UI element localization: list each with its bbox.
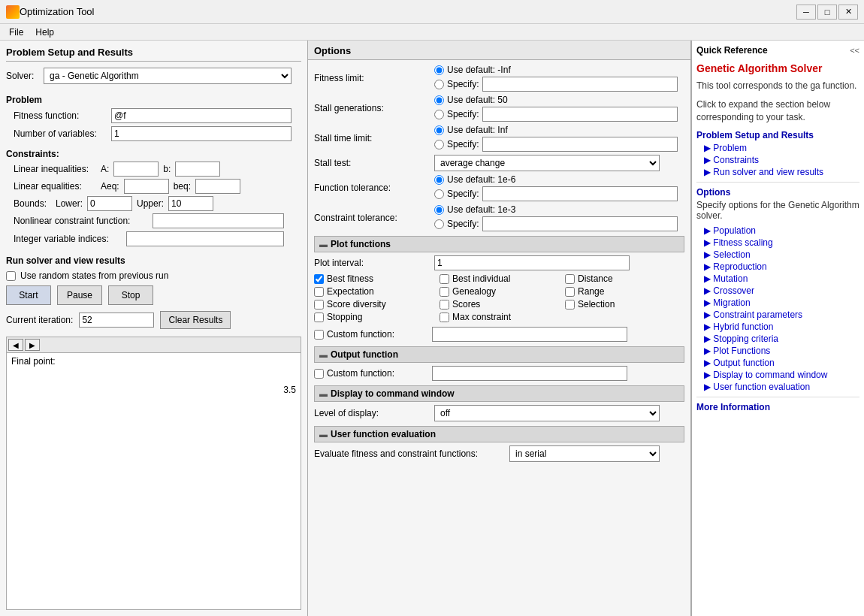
stall-gen-options: Use default: 50 Specify: bbox=[434, 95, 678, 122]
integer-input[interactable] bbox=[126, 231, 284, 246]
options-section-title: Options bbox=[696, 187, 859, 198]
func-tol-specify-radio[interactable] bbox=[434, 189, 444, 199]
pause-button[interactable]: Pause bbox=[57, 285, 102, 305]
stall-gen-specify-radio[interactable] bbox=[434, 110, 444, 119]
random-states-checkbox[interactable] bbox=[6, 271, 16, 281]
clear-results-button[interactable]: Clear Results bbox=[160, 311, 231, 329]
a-input[interactable] bbox=[113, 162, 159, 177]
link-hybrid-function[interactable]: ▶ Hybrid function bbox=[696, 322, 859, 332]
link-constraint-parameters[interactable]: ▶ Constraint parameters bbox=[696, 310, 859, 320]
best-fitness-checkbox[interactable] bbox=[314, 274, 324, 284]
score-diversity-checkbox[interactable] bbox=[314, 300, 324, 310]
user-func-header[interactable]: ▬ User function evaluation bbox=[314, 426, 684, 442]
display-cmd-header[interactable]: ▬ Display to command window bbox=[314, 385, 684, 402]
eval-fitness-select[interactable]: in serial in parallel bbox=[509, 445, 660, 462]
level-display-select[interactable]: off iterative final bbox=[434, 405, 660, 421]
problem-section: Fitness function: Number of variables: bbox=[14, 108, 301, 144]
link-user-func-eval[interactable]: ▶ User function evaluation bbox=[696, 382, 859, 392]
fitness-limit-default-radio[interactable] bbox=[434, 65, 444, 75]
options-title: Options bbox=[308, 41, 690, 60]
upper-input[interactable] bbox=[168, 196, 213, 211]
link-selection[interactable]: ▶ Selection bbox=[696, 249, 859, 260]
close-button[interactable]: ✕ bbox=[838, 5, 858, 20]
aeq-input[interactable] bbox=[124, 179, 169, 194]
constraint-tol-specify-radio[interactable] bbox=[434, 219, 444, 229]
plot-arrow-right[interactable]: ▶ bbox=[25, 339, 40, 351]
max-constraint-checkbox[interactable] bbox=[440, 313, 449, 322]
divider2 bbox=[696, 397, 859, 397]
maximize-button[interactable]: □ bbox=[817, 5, 837, 20]
best-individual-checkbox[interactable] bbox=[440, 274, 449, 284]
link-constraints[interactable]: ▶ Constraints bbox=[696, 155, 859, 165]
nonlinear-input[interactable] bbox=[153, 213, 284, 228]
minimize-button[interactable]: ─ bbox=[796, 5, 816, 20]
link-migration[interactable]: ▶ Migration bbox=[696, 297, 859, 308]
plot-functions-collapse-icon: ▬ bbox=[319, 240, 328, 249]
link-population[interactable]: ▶ Population bbox=[696, 225, 859, 236]
scores-checkbox[interactable] bbox=[440, 300, 449, 310]
lower-input[interactable] bbox=[87, 196, 132, 211]
stall-time-default-radio[interactable] bbox=[434, 125, 444, 135]
selection-checkbox[interactable] bbox=[565, 300, 575, 310]
numvars-input[interactable] bbox=[111, 126, 292, 141]
fitness-limit-specify-radio[interactable] bbox=[434, 80, 444, 89]
func-tol-default-radio[interactable] bbox=[434, 175, 444, 185]
constraint-tol-specify-input[interactable] bbox=[482, 216, 678, 231]
output-custom-func-checkbox[interactable] bbox=[314, 369, 324, 379]
plot-interval-row: Plot interval: bbox=[314, 255, 684, 270]
stall-gen-default-radio[interactable] bbox=[434, 95, 444, 105]
link-stopping-criteria[interactable]: ▶ Stopping criteria bbox=[696, 334, 859, 344]
range-checkbox[interactable] bbox=[565, 287, 575, 297]
menu-help[interactable]: Help bbox=[29, 26, 60, 39]
menu-file[interactable]: File bbox=[3, 26, 29, 39]
stop-button[interactable]: Stop bbox=[108, 285, 153, 305]
plot-functions-header[interactable]: ▬ Plot functions bbox=[314, 236, 684, 252]
link-display-cmd[interactable]: ▶ Display to command window bbox=[696, 370, 859, 380]
random-states-label: Use random states from previous run bbox=[20, 270, 168, 281]
stall-time-specify-input[interactable] bbox=[482, 137, 678, 152]
genealogy-checkbox[interactable] bbox=[440, 287, 449, 297]
link-output-function[interactable]: ▶ Output function bbox=[696, 358, 859, 368]
plot-interval-input[interactable] bbox=[434, 255, 630, 270]
solver-label: Solver: bbox=[6, 71, 44, 81]
stall-gen-specify-input[interactable] bbox=[482, 107, 678, 122]
constraint-tol-default-radio[interactable] bbox=[434, 205, 444, 215]
constraint-tol-default-row: Use default: 1e-3 bbox=[434, 204, 678, 215]
b-input[interactable] bbox=[175, 162, 220, 177]
fitness-input[interactable] bbox=[111, 108, 292, 123]
solver-select[interactable]: ga - Genetic Algorithm bbox=[44, 68, 292, 84]
quick-ref-solver-title: Genetic Algorithm Solver bbox=[696, 62, 859, 75]
link-plot-functions[interactable]: ▶ Plot Functions bbox=[696, 346, 859, 356]
numvars-row: Number of variables: bbox=[14, 126, 301, 141]
more-info-label: More Information bbox=[696, 402, 859, 412]
plot-arrow-left[interactable]: ◀ bbox=[8, 339, 23, 351]
stall-time-specify-radio[interactable] bbox=[434, 140, 444, 149]
start-button[interactable]: Start bbox=[6, 285, 51, 305]
link-fitness-scaling[interactable]: ▶ Fitness scaling bbox=[696, 237, 859, 248]
output-function-header-text: Output function bbox=[331, 349, 398, 360]
lin-eq-label: Linear equalities: bbox=[14, 181, 96, 192]
user-func-header-text: User function evaluation bbox=[331, 429, 436, 439]
output-function-header[interactable]: ▬ Output function bbox=[314, 346, 684, 363]
plot-custom-func-input[interactable] bbox=[432, 327, 627, 342]
link-mutation[interactable]: ▶ Mutation bbox=[696, 273, 859, 284]
expectation-checkbox[interactable] bbox=[314, 287, 324, 297]
plot-check-distance: Distance bbox=[565, 273, 684, 284]
plot-area: ◀ ▶ Final point: 3.5 bbox=[6, 337, 301, 610]
link-problem[interactable]: ▶ Problem bbox=[696, 143, 859, 153]
beq-input[interactable] bbox=[195, 179, 240, 194]
plot-custom-func-checkbox[interactable] bbox=[314, 330, 324, 340]
nav-arrows-button[interactable]: << bbox=[850, 46, 859, 55]
stall-test-select[interactable]: average change bbox=[434, 155, 660, 171]
fitness-limit-specify-input[interactable] bbox=[482, 77, 678, 92]
iter-input[interactable] bbox=[79, 313, 154, 328]
link-crossover[interactable]: ▶ Crossover bbox=[696, 285, 859, 296]
distance-checkbox[interactable] bbox=[565, 274, 575, 284]
output-custom-func-input[interactable] bbox=[432, 366, 627, 381]
func-tol-specify-input[interactable] bbox=[482, 186, 678, 201]
stopping-checkbox[interactable] bbox=[314, 313, 324, 322]
right-panel: Quick Reference << Genetic Algorithm Sol… bbox=[691, 41, 864, 616]
lower-label: Lower: bbox=[56, 198, 83, 209]
link-run-solver[interactable]: ▶ Run solver and view results bbox=[696, 167, 859, 177]
link-reproduction[interactable]: ▶ Reproduction bbox=[696, 261, 859, 272]
